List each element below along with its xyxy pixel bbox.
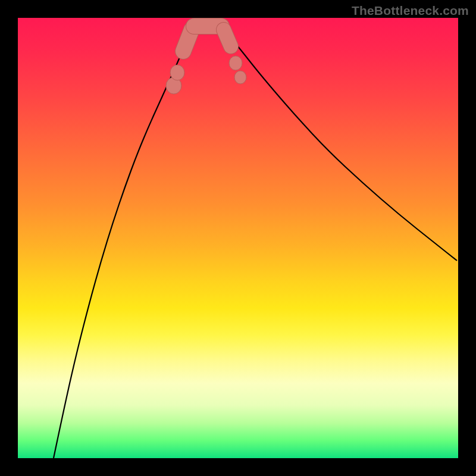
chart-frame: TheBottleneck.com [0,0,476,476]
marker-dot [229,56,242,70]
chart-svg [18,18,458,458]
marker-capsule [224,30,231,46]
watermark-text: TheBottleneck.com [352,4,469,18]
marker-dot [170,65,184,80]
left-curve [54,31,192,458]
right-curve [225,31,457,261]
chart-plot-area [18,18,458,458]
marker-dot [234,71,246,84]
